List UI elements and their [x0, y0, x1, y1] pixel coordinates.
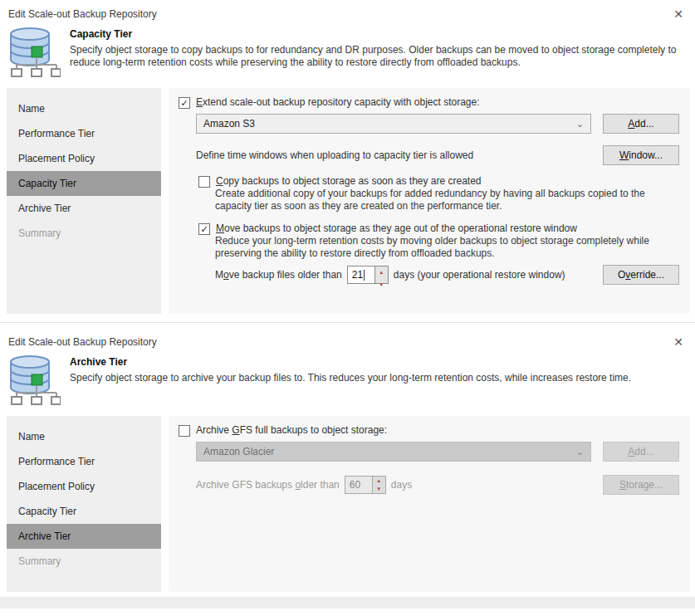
wizard-header-text: Capacity Tier Specify object storage to …: [61, 27, 683, 78]
object-storage-select[interactable]: Amazon S3 ⌄: [196, 114, 591, 134]
archive-gfs-row: Archive GFS full backups to object stora…: [179, 424, 679, 437]
title-bar: Edit Scale-out Backup Repository ✕: [0, 328, 695, 351]
override-button[interactable]: Override...: [603, 265, 679, 285]
archive-days-input: 60: [345, 476, 373, 494]
step-title: Archive Tier: [70, 356, 631, 368]
sidebar-item-performance-tier[interactable]: Performance Tier: [7, 449, 161, 474]
sidebar-item-archive-tier[interactable]: Archive Tier: [7, 524, 161, 549]
archive-older-than-row: Archive GFS backups older than 60 ▲ ▼ da…: [196, 475, 679, 495]
archive-storage-selected-value: Amazon Glacier: [203, 446, 274, 457]
move-older-than-row: Move backup files older than 21 ▲ ▼ days…: [215, 265, 679, 285]
sidebar-item-capacity-tier[interactable]: Capacity Tier: [7, 499, 161, 524]
time-window-label: Define time windows when uploading to ca…: [196, 149, 473, 161]
move-backups-checkbox[interactable]: ✓: [198, 223, 210, 235]
edit-sobr-dialog-capacity: Edit Scale-out Backup Repository ✕ Capac…: [0, 0, 695, 323]
archive-storage-row: Amazon Glacier ⌄ Add...: [196, 442, 679, 462]
copy-backups-checkbox[interactable]: [198, 176, 210, 188]
spin-down-icon[interactable]: ▼: [375, 279, 388, 291]
step-title: Capacity Tier: [70, 28, 683, 40]
move-older-than-label: Move backup files older than: [215, 269, 342, 281]
sidebar-item-summary: Summary: [7, 549, 161, 574]
move-backups-label: Move backups to object storage as they a…: [216, 222, 577, 234]
copy-backups-row: Copy backups to object storage as soon a…: [198, 175, 679, 188]
archive-older-than-label: Archive GFS backups older than: [196, 479, 340, 491]
archive-days-spinner: 60 ▲ ▼: [345, 476, 386, 494]
sidebar-item-placement-policy[interactable]: Placement Policy: [7, 474, 161, 499]
close-icon[interactable]: ✕: [673, 8, 683, 20]
time-window-row: Define time windows when uploading to ca…: [196, 145, 679, 165]
wizard-steps-sidebar: Name Performance Tier Placement Policy C…: [7, 416, 161, 592]
wizard-content: Name Performance Tier Placement Policy C…: [7, 416, 689, 592]
spin-up-icon: ▲: [373, 477, 385, 485]
object-storage-selected-value: Amazon S3: [203, 118, 255, 130]
chevron-down-icon: ⌄: [576, 120, 584, 128]
check-icon: ✓: [180, 99, 188, 108]
wizard-content: Name Performance Tier Placement Policy C…: [7, 88, 689, 314]
check-icon: ✓: [200, 225, 208, 234]
repository-icon: [5, 354, 61, 406]
sidebar-item-placement-policy[interactable]: Placement Policy: [7, 146, 161, 171]
step-description: Specify object storage to archive your b…: [70, 372, 631, 384]
copy-backups-label: Copy backups to object storage as soon a…: [216, 175, 482, 187]
wizard-header: Capacity Tier Specify object storage to …: [0, 23, 695, 85]
spin-buttons: ▲ ▼: [375, 266, 389, 284]
sidebar-item-performance-tier[interactable]: Performance Tier: [7, 121, 161, 146]
copy-backups-description: Create additional copy of your backups f…: [215, 188, 679, 213]
move-older-than-suffix: days (your operational restore window): [394, 269, 565, 281]
object-storage-row: Amazon S3 ⌄ Add...: [196, 114, 679, 134]
sidebar-item-archive-tier[interactable]: Archive Tier: [7, 196, 161, 221]
edit-sobr-dialog-archive: Edit Scale-out Backup Repository ✕ Archi…: [0, 328, 695, 609]
days-input[interactable]: 21: [347, 266, 375, 284]
window-title: Edit Scale-out Backup Repository: [8, 8, 157, 20]
spin-buttons: ▲ ▼: [373, 476, 386, 494]
add-archive-storage-button: Add...: [603, 442, 679, 462]
archive-gfs-checkbox[interactable]: [179, 425, 190, 437]
title-bar: Edit Scale-out Backup Repository ✕: [0, 0, 695, 23]
move-backups-row: ✓ Move backups to object storage as they…: [198, 222, 679, 235]
dialog-footer-strip: [0, 597, 695, 609]
move-backups-description: Reduce your long-term retention costs by…: [215, 235, 679, 260]
extend-capacity-row: ✓ Extend scale-out backup repository cap…: [179, 96, 679, 109]
wizard-header: Archive Tier Specify object storage to a…: [0, 351, 695, 413]
archive-gfs-label: Archive GFS full backups to object stora…: [196, 424, 387, 436]
wizard-header-text: Archive Tier Specify object storage to a…: [61, 354, 631, 406]
repository-icon: [5, 27, 61, 78]
close-icon[interactable]: ✕: [673, 336, 683, 348]
sidebar-item-capacity-tier[interactable]: Capacity Tier: [7, 171, 161, 196]
days-spinner: 21 ▲ ▼: [347, 266, 389, 284]
wizard-steps-sidebar: Name Performance Tier Placement Policy C…: [7, 88, 161, 314]
sidebar-item-name[interactable]: Name: [7, 424, 161, 449]
sidebar-item-summary: Summary: [7, 221, 161, 246]
sidebar-item-name[interactable]: Name: [7, 96, 161, 121]
chevron-down-icon: ⌄: [576, 447, 584, 456]
window-title: Edit Scale-out Backup Repository: [8, 336, 157, 348]
spin-down-icon: ▼: [373, 485, 385, 493]
add-object-storage-button[interactable]: Add...: [603, 114, 679, 134]
archive-tier-panel: Archive GFS full backups to object stora…: [169, 416, 689, 592]
spin-up-icon[interactable]: ▲: [375, 266, 388, 279]
step-description: Specify object storage to copy backups t…: [70, 44, 683, 69]
capacity-tier-panel: ✓ Extend scale-out backup repository cap…: [169, 88, 689, 314]
extend-capacity-label: Extend scale-out backup repository capac…: [196, 96, 480, 108]
storage-button: Storage...: [603, 475, 679, 495]
extend-capacity-checkbox[interactable]: ✓: [179, 97, 190, 109]
archive-older-than-suffix: days: [391, 479, 412, 491]
window-button[interactable]: Window...: [603, 145, 679, 165]
archive-storage-select: Amazon Glacier ⌄: [196, 442, 591, 462]
text-cursor: [364, 270, 365, 281]
